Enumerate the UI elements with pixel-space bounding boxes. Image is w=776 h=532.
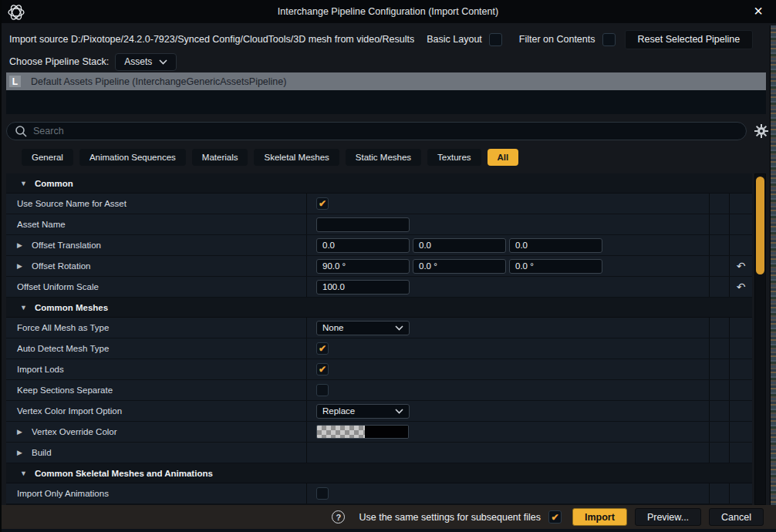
property-row-auto-detect-mesh-type: Auto Detect Mesh Type [6,338,752,359]
property-label-cell: ▶Vertex Override Color [6,422,306,442]
tab-skeletal-meshes[interactable]: Skeletal Meshes [254,149,339,166]
auto-detect-mesh-type-checkbox[interactable] [316,342,329,355]
expand-arrow-icon[interactable]: ▶ [17,241,26,249]
tab-all[interactable]: All [488,149,519,166]
property-label: Import Only Animations [17,489,109,498]
property-value-cell [306,194,709,214]
property-label: Auto Detect Mesh Type [17,344,109,353]
search-box[interactable] [6,122,747,140]
property-label-cell: Use Source Name for Asset [6,194,306,214]
choose-pipeline-stack-label: Choose Pipeline Stack: [9,56,109,67]
section-title: Common Skeletal Meshes and Animations [35,469,213,478]
row-reset-cell [729,214,752,234]
property-row-vertex-color-import-option: Vertex Color Import OptionReplace [6,401,752,422]
property-value-cell: Replace [306,401,709,421]
offset-rotation-input-0[interactable]: 90.0 ° [316,259,410,274]
filter-on-contents-label: Filter on Contents [519,34,595,45]
window-title: Interchange Pipeline Configuration (Impo… [278,6,498,17]
vertex-override-color-swatch[interactable] [316,425,409,439]
preview-button[interactable]: Preview... [635,508,701,526]
reset-selected-pipeline-button[interactable]: Reset Selected Pipeline [625,30,754,49]
reset-to-default-button[interactable]: ↶ [737,281,746,292]
row-spacer-cell [709,338,729,359]
reset-to-default-button[interactable]: ↶ [737,261,746,271]
interchange-dialog: Interchange Pipeline Configuration (Impo… [0,0,776,532]
row-spacer-cell [709,443,729,463]
expand-arrow-icon[interactable]: ▶ [17,428,26,436]
force-all-mesh-as-type-dropdown[interactable]: None [316,321,410,335]
basic-layout-checkbox[interactable] [489,33,502,46]
property-row-asset-name: Asset Name [6,214,752,235]
property-value-cell [306,380,709,400]
expand-arrow-icon[interactable]: ▶ [17,449,26,456]
row-reset-cell [729,318,752,338]
property-value-cell: 0.00.00.0 [306,235,709,255]
row-reset-cell [729,235,752,255]
offset-uniform-scale-input[interactable]: 100.0 [316,280,410,295]
property-label: Build [32,448,52,457]
help-icon[interactable]: ? [332,510,345,524]
property-label-cell: Import Lods [6,359,306,379]
pipeline-stack-dropdown[interactable]: Assets [115,53,177,71]
property-row-vertex-override-color: ▶Vertex Override Color [6,422,752,443]
asset-name-input[interactable] [316,217,410,232]
row-spacer-cell [709,214,729,234]
tab-materials[interactable]: Materials [192,149,248,166]
search-row [0,118,776,144]
search-input[interactable] [33,126,738,136]
title-bar: Interchange Pipeline Configuration (Impo… [0,0,776,23]
filter-on-contents-checkbox[interactable] [602,33,616,46]
import-button[interactable]: Import [572,508,627,526]
section-header-common-skeletal-meshes-and-animations[interactable]: ▼Common Skeletal Meshes and Animations [6,463,752,483]
offset-translation-input-1[interactable]: 0.0 [413,238,506,253]
property-label-cell: ▶Offset Translation [6,235,306,255]
property-label: Keep Sections Separate [17,386,113,395]
tab-static-meshes[interactable]: Static Meshes [346,149,421,166]
close-button[interactable]: × [748,1,768,21]
row-spacer-cell [709,401,729,421]
footer-bar: ? Use the same settings for subsequent f… [0,505,776,529]
vertex-color-import-option-dropdown[interactable]: Replace [316,404,410,419]
property-label-cell: Force All Mesh as Type [6,318,306,338]
row-reset-cell [729,443,752,463]
pipeline-list-item[interactable]: L Default Assets Pipeline (InterchangeGe… [6,72,766,90]
expand-arrow-icon[interactable]: ▶ [17,262,26,270]
color-solid-part [365,426,408,438]
same-settings-checkbox[interactable] [548,510,562,524]
use-source-name-for-asset-checkbox[interactable] [316,197,329,210]
pipeline-stack-value: Assets [124,56,152,67]
import-lods-checkbox[interactable] [316,363,329,375]
settings-gear-icon[interactable] [754,123,769,139]
cancel-button[interactable]: Cancel [709,508,764,526]
property-label-cell: Asset Name [6,214,306,234]
offset-translation-input-2[interactable]: 0.0 [509,238,602,253]
section-header-common-meshes[interactable]: ▼Common Meshes [6,298,752,318]
property-label-cell: Auto Detect Mesh Type [6,338,306,359]
dropdown-value: None [322,323,344,332]
bottom-edge [0,529,776,532]
section-header-common[interactable]: ▼Common [6,173,752,194]
tab-general[interactable]: General [22,149,73,166]
import-only-animations-checkbox[interactable] [316,487,329,500]
scrollbar-track[interactable] [754,173,766,505]
import-source-text: Import source D:/Pixotope/24.2.0-7923/Sy… [9,34,414,45]
offset-rotation-input-2[interactable]: 0.0 ° [509,259,602,274]
keep-sections-separate-checkbox[interactable] [316,384,329,396]
offset-translation-input-0[interactable]: 0.0 [316,238,410,253]
row-spacer-cell [709,194,729,214]
property-label-cell: Vertex Color Import Option [6,401,306,421]
property-label: Import Lods [17,365,64,374]
tab-animation-sequences[interactable]: Animation Sequences [79,149,186,166]
property-label: Vertex Color Import Option [17,406,122,416]
row-reset-cell [729,338,752,359]
pipeline-stack-row: Choose Pipeline Stack: Assets [0,52,776,72]
property-row-import-only-animations: Import Only Animations [6,483,752,504]
row-reset-cell [729,401,752,421]
collapse-arrow-icon: ▼ [20,180,27,187]
scrollbar-thumb[interactable] [756,177,764,274]
section-title: Common Meshes [35,303,108,312]
offset-rotation-input-1[interactable]: 0.0 ° [413,259,506,274]
tab-textures[interactable]: Textures [427,149,481,166]
dropdown-value: Replace [322,406,355,416]
row-reset-cell [729,359,752,379]
